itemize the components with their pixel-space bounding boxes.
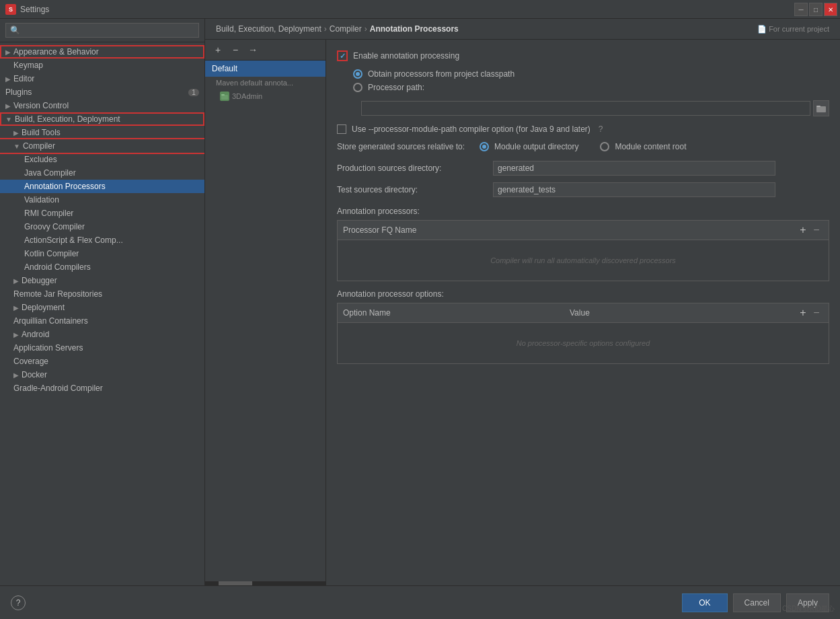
expand-arrow: ▶	[5, 48, 11, 56]
ok-button[interactable]: OK	[682, 593, 727, 612]
main-layout: ▶ Appearance & Behavior Keymap ▶ Editor …	[0, 19, 840, 585]
sidebar-item-android-compilers[interactable]: Android Compilers	[0, 260, 204, 274]
sidebar-item-build-tools[interactable]: ▶ Build Tools	[0, 126, 204, 139]
sidebar-item-label: Arquillian Containers	[13, 316, 88, 326]
sidebar-item-arquillian[interactable]: Arquillian Containers	[0, 314, 204, 328]
sidebar-item-label: Groovy Compiler	[24, 222, 85, 231]
module-content-radio[interactable]	[600, 142, 609, 151]
sidebar-item-rmi-compiler[interactable]: RMI Compiler	[0, 207, 204, 220]
sidebar-item-groovy-compiler[interactable]: Groovy Compiler	[0, 220, 204, 233]
sidebar-item-label: Gradle-Android Compiler	[13, 384, 103, 393]
restore-button[interactable]: □	[809, 3, 823, 16]
breadcrumb-current: Annotation Processors	[370, 24, 459, 34]
sidebar-item-docker[interactable]: ▶ Docker	[0, 368, 204, 381]
title-bar: S Settings ─ □ ✕	[0, 0, 840, 19]
prod-sources-label: Production sources directory:	[337, 163, 485, 173]
sidebar-item-android[interactable]: ▶ Android	[0, 328, 204, 341]
breadcrumb-sep-2: ›	[365, 24, 367, 34]
cancel-button[interactable]: Cancel	[733, 593, 781, 612]
expand-arrow: ▶	[13, 277, 19, 285]
arrow-profile-button[interactable]: →	[245, 42, 260, 57]
sidebar-item-label: Android Compilers	[24, 262, 91, 272]
sidebar-item-debugger[interactable]: ▶ Debugger	[0, 274, 204, 287]
processor-path-radio[interactable]	[353, 83, 362, 92]
sidebar-item-version-control[interactable]: ▶ Version Control	[0, 99, 204, 112]
sidebar-item-build-exec[interactable]: ▼ Build, Execution, Deployment	[0, 112, 204, 126]
svg-rect-0	[221, 95, 228, 100]
sidebar-item-label: Compiler	[23, 141, 55, 151]
sidebar-item-keymap[interactable]: Keymap	[0, 59, 204, 72]
profile-sub-3dadmin[interactable]: 3DAdmin	[205, 89, 326, 104]
sidebar-item-compiler[interactable]: ▼ Compiler	[0, 139, 204, 153]
use-module-path-row: Use --processor-module-path compiler opt…	[337, 124, 829, 134]
sidebar-item-label: Build Tools	[22, 128, 61, 137]
enable-annotation-checkbox[interactable]	[337, 50, 348, 61]
prod-sources-input[interactable]	[493, 161, 775, 176]
search-input[interactable]	[5, 23, 199, 38]
processor-path-input[interactable]	[361, 101, 810, 116]
use-module-path-label: Use --processor-module-path compiler opt…	[352, 124, 590, 134]
close-button[interactable]: ✕	[824, 3, 837, 16]
folder-icon	[220, 92, 229, 101]
scroll-indicator	[205, 581, 326, 585]
table-empty-message: Compiler will run all automatically disc…	[490, 256, 676, 264]
browse-folder-button[interactable]	[813, 100, 829, 116]
sidebar-item-label: Build, Execution, Deployment	[15, 114, 120, 124]
remove-option-button[interactable]: −	[810, 306, 823, 320]
app-icon: S	[5, 4, 16, 15]
annotation-processors-table-header: Processor FQ Name + −	[338, 221, 829, 240]
scroll-thumb[interactable]	[219, 581, 252, 585]
bottom-bar: ? OK Cancel Apply	[0, 585, 840, 619]
sidebar-item-label: Annotation Processors	[24, 182, 106, 191]
profiles-scrollbar-area	[205, 581, 326, 585]
module-output-radio[interactable]	[480, 142, 489, 151]
annotation-options-table-header: Option Name Value + −	[338, 303, 829, 323]
sidebar-item-validation[interactable]: Validation	[0, 193, 204, 207]
prod-sources-row: Production sources directory:	[337, 161, 829, 176]
expand-arrow: ▼	[5, 116, 12, 123]
sidebar-item-plugins[interactable]: Plugins 1	[0, 85, 204, 99]
use-module-path-checkbox[interactable]	[337, 124, 346, 134]
sidebar-item-kotlin-compiler[interactable]: Kotlin Compiler	[0, 247, 204, 260]
watermark: CSDN @KID星心	[782, 604, 835, 614]
remove-processor-button[interactable]: −	[810, 223, 823, 237]
sidebar-item-coverage[interactable]: Coverage	[0, 355, 204, 368]
options-empty-message: No processor-specific options configured	[517, 339, 650, 347]
breadcrumb-path: Build, Execution, Deployment › Compiler …	[216, 24, 459, 34]
minimize-button[interactable]: ─	[794, 3, 808, 16]
expand-arrow: ▶	[13, 331, 19, 338]
profiles-list: Default Maven default annota... 3DAdmin	[205, 61, 326, 581]
sidebar-item-appearance[interactable]: ▶ Appearance & Behavior	[0, 45, 204, 59]
sidebar-item-label: Android	[22, 330, 49, 339]
sidebar-item-editor[interactable]: ▶ Editor	[0, 72, 204, 85]
processor-fq-name-header: Processor FQ Name	[343, 225, 796, 235]
bottom-left: ?	[11, 595, 26, 610]
test-sources-input[interactable]	[493, 182, 775, 197]
sidebar-item-remote-jar[interactable]: Remote Jar Repositories	[0, 287, 204, 301]
module-output-row: Module output directory	[480, 142, 578, 151]
search-box	[0, 19, 204, 42]
sidebar-item-deployment[interactable]: ▶ Deployment	[0, 301, 204, 314]
add-option-button[interactable]: +	[796, 306, 810, 320]
remove-profile-button[interactable]: −	[228, 42, 243, 57]
window-title: Settings	[20, 5, 49, 14]
sidebar-item-actionscript-flex[interactable]: ActionScript & Flex Comp...	[0, 233, 204, 247]
sidebar-item-label: Plugins	[5, 87, 32, 97]
obtain-processors-radio[interactable]	[353, 69, 362, 79]
processor-path-label: Processor path:	[368, 83, 424, 92]
sidebar-item-label: Coverage	[13, 357, 48, 366]
obtain-processors-label: Obtain processors from project classpath	[368, 69, 514, 79]
add-profile-button[interactable]: +	[211, 42, 225, 57]
sidebar-item-annotation-processors[interactable]: Annotation Processors	[0, 180, 204, 193]
expand-arrow: ▼	[13, 143, 20, 150]
expand-arrow: ▶	[5, 102, 11, 110]
sidebar-item-application-servers[interactable]: Application Servers	[0, 341, 204, 355]
sidebar-item-java-compiler[interactable]: Java Compiler	[0, 166, 204, 180]
sidebar-item-gradle-android[interactable]: Gradle-Android Compiler	[0, 381, 204, 395]
sidebar-item-label: Version Control	[13, 101, 69, 110]
help-button[interactable]: ?	[11, 595, 26, 610]
sidebar-tree: ▶ Appearance & Behavior Keymap ▶ Editor …	[0, 42, 204, 585]
profile-item-default[interactable]: Default	[205, 61, 326, 77]
add-processor-button[interactable]: +	[796, 223, 810, 237]
sidebar-item-excludes[interactable]: Excludes	[0, 153, 204, 166]
